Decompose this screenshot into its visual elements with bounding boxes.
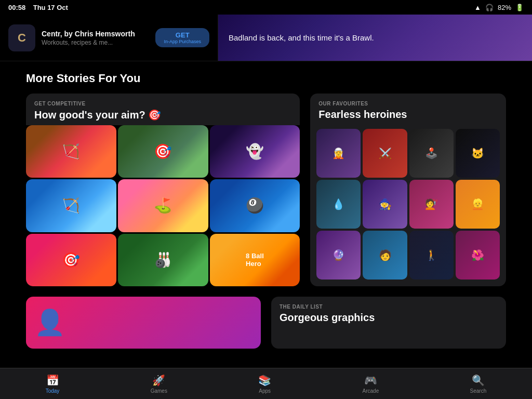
bottom-left-card[interactable]: 👤 <box>26 297 261 349</box>
battery-icon: 🔋 <box>515 4 524 11</box>
game-cell-3[interactable]: 👻 <box>210 125 300 178</box>
status-time-date: 00:58 Thu 17 Oct <box>8 4 68 11</box>
game-cell-4[interactable]: 🏹 <box>26 179 116 232</box>
heroine-cell-2[interactable]: ⚔️ <box>363 129 407 178</box>
games-icon: 🚀 <box>152 374 165 387</box>
arcade-icon: 🎮 <box>364 374 377 387</box>
game-cell-6[interactable]: 🎱 <box>210 179 300 232</box>
competitive-card[interactable]: GET COMPETITIVE How good's your aim? 🎯 🏹… <box>26 94 300 286</box>
heroine-cell-9[interactable]: 🔮 <box>316 231 361 280</box>
heroines-grid: 🧝 ⚔️ 🕹️ 🐱 💧 🧙 💇 👱 🔮 🧑 🚶 🌺 <box>310 125 506 286</box>
favourites-card-header: OUR FAVOURITES Fearless heroines <box>310 94 506 125</box>
search-icon: 🔍 <box>472 374 485 387</box>
nav-arcade[interactable]: 🎮 Arcade <box>352 372 390 396</box>
status-time: 00:58 <box>8 4 25 11</box>
game-grid: 🏹 🎯 👻 🏹 ⛳ 🎱 🎯 <box>26 125 300 286</box>
headphone-icon: 🎧 <box>485 4 494 11</box>
daily-category: THE DAILY LIST <box>280 304 498 310</box>
daily-list-card[interactable]: THE DAILY LIST Gorgeous graphics <box>271 297 506 349</box>
favourites-title: Fearless heroines <box>318 109 498 121</box>
game-cell-5[interactable]: ⛳ <box>118 179 208 232</box>
heroine-cell-7[interactable]: 💇 <box>409 180 454 229</box>
game-cell-8[interactable]: 🎳 <box>118 234 208 286</box>
game-cell-7[interactable]: 🎯 <box>26 234 116 286</box>
heroine-cell-4[interactable]: 🐱 <box>456 129 500 178</box>
competitive-card-header: GET COMPETITIVE How good's your aim? 🎯 <box>26 94 300 125</box>
favourites-card[interactable]: OUR FAVOURITES Fearless heroines 🧝 ⚔️ 🕹️… <box>310 94 506 286</box>
centr-title: Centr, by Chris Hemsworth <box>42 30 149 38</box>
game-cell-1[interactable]: 🏹 <box>26 125 116 178</box>
daily-title: Gorgeous graphics <box>280 312 498 324</box>
nav-search[interactable]: 🔍 Search <box>460 372 497 396</box>
wifi-icon: ▲ <box>474 4 481 11</box>
heroine-cell-5[interactable]: 💧 <box>316 180 361 229</box>
badland-text: Badland is back, and this time it's a Br… <box>229 33 374 42</box>
today-icon: 📅 <box>46 374 59 387</box>
battery-text: 82% <box>498 4 511 11</box>
nav-today[interactable]: 📅 Today <box>35 372 70 396</box>
status-right: ▲ 🎧 82% 🔋 <box>474 4 524 11</box>
centr-subtitle: Workouts, recipes & me... <box>42 39 149 46</box>
story-cards-row: GET COMPETITIVE How good's your aim? 🎯 🏹… <box>26 94 506 286</box>
heroine-cell-12[interactable]: 🌺 <box>456 231 500 280</box>
section-title: More Stories For You <box>26 72 506 85</box>
top-banner: C Centr, by Chris Hemsworth Workouts, re… <box>0 15 532 61</box>
centr-get-button[interactable]: GET In-App Purchases <box>155 28 209 47</box>
nav-apps[interactable]: 📚 Apps <box>248 372 282 396</box>
main-content: More Stories For You GET COMPETITIVE How… <box>0 61 532 368</box>
nav-games[interactable]: 🚀 Games <box>140 372 178 396</box>
bottom-cards-row: 👤 THE DAILY LIST Gorgeous graphics <box>26 297 506 349</box>
centr-banner[interactable]: C Centr, by Chris Hemsworth Workouts, re… <box>0 15 218 61</box>
nav-games-label: Games <box>151 388 167 394</box>
heroine-cell-1[interactable]: 🧝 <box>316 129 361 178</box>
heroine-cell-6[interactable]: 🧙 <box>363 180 407 229</box>
game-cell-9[interactable]: 8 BallHero <box>210 234 300 286</box>
status-bar: 00:58 Thu 17 Oct ▲ 🎧 82% 🔋 <box>0 0 532 15</box>
competitive-category: GET COMPETITIVE <box>34 101 291 107</box>
centr-app-icon: C <box>8 24 35 51</box>
bottom-nav: 📅 Today 🚀 Games 📚 Apps 🎮 Arcade 🔍 Search <box>0 368 532 399</box>
favourites-category: OUR FAVOURITES <box>318 101 498 107</box>
nav-search-label: Search <box>470 388 487 394</box>
heroine-cell-11[interactable]: 🚶 <box>409 231 454 280</box>
nav-arcade-label: Arcade <box>363 388 379 394</box>
heroine-cell-3[interactable]: 🕹️ <box>409 129 454 178</box>
bottom-left-art: 👤 <box>34 308 65 337</box>
heroine-cell-10[interactable]: 🧑 <box>363 231 407 280</box>
competitive-title: How good's your aim? 🎯 <box>34 109 291 121</box>
game-cell-2[interactable]: 🎯 <box>118 125 208 178</box>
heroine-cell-8[interactable]: 👱 <box>456 180 500 229</box>
badland-banner[interactable]: Badland is back, and this time it's a Br… <box>218 15 532 61</box>
nav-apps-label: Apps <box>259 388 271 394</box>
apps-icon: 📚 <box>258 374 271 387</box>
status-date: Thu 17 Oct <box>33 4 68 11</box>
nav-today-label: Today <box>46 388 60 394</box>
centr-info: Centr, by Chris Hemsworth Workouts, reci… <box>42 30 149 46</box>
